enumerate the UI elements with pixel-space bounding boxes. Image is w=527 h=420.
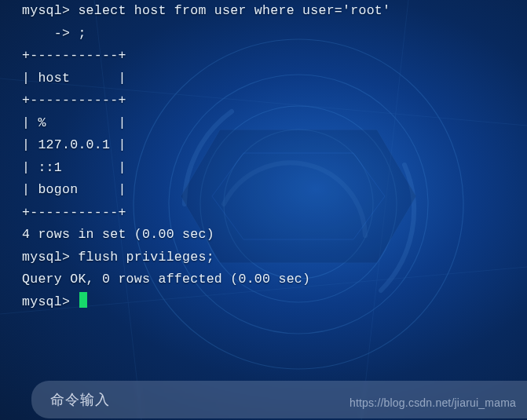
terminal-line: mysql> flush privileges; [22,247,505,269]
terminal-output: mysql> select host from user where user=… [0,0,527,313]
cursor-icon [79,292,87,308]
terminal-line: +-----------+ [22,89,505,112]
prompt-text: mysql> [22,294,78,309]
watermark-text: https://blog.csdn.net/jiarui_mama [350,396,516,409]
terminal-prompt-line: mysql> [22,291,505,314]
terminal-line: mysql> select host from user where user=… [22,0,505,23]
command-input-placeholder: 命令输入 [50,390,110,409]
terminal-line: | % | [22,112,505,135]
terminal-line: Query OK, 0 rows affected (0.00 sec) [22,268,505,291]
terminal-line: | host | [22,68,505,90]
terminal-line: -> ; [22,23,505,46]
terminal-line: +-----------+ [22,202,505,225]
terminal-line: | bogon | [22,179,505,202]
terminal-line: 4 rows in set (0.00 sec) [22,224,505,247]
terminal-line: +-----------+ [22,45,505,68]
terminal-line: | 127.0.0.1 | [22,134,505,157]
terminal-line: | ::1 | [22,157,505,180]
